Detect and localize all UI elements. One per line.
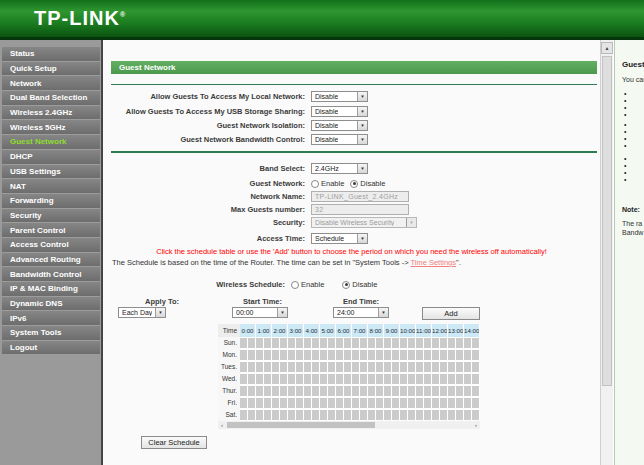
schedule-cell[interactable] <box>240 361 256 373</box>
sidebar-item-forwarding[interactable]: Forwarding <box>2 194 100 209</box>
sidebar-item-dhcp[interactable]: DHCP <box>2 150 100 165</box>
access-time-select[interactable]: Schedule ▼ <box>311 233 368 244</box>
schedule-cell[interactable] <box>240 373 256 385</box>
schedule-cell[interactable] <box>256 409 272 421</box>
schedule-cell[interactable] <box>368 361 384 373</box>
schedule-cell[interactable] <box>384 349 400 361</box>
sidebar-item-wireless-2-4ghz[interactable]: Wireless 2.4GHz <box>2 106 100 121</box>
schedule-cell[interactable] <box>400 397 416 409</box>
schedule-cell[interactable] <box>288 373 304 385</box>
schedule-cell[interactable] <box>352 397 368 409</box>
schedule-cell[interactable] <box>336 373 352 385</box>
schedule-cell[interactable] <box>288 385 304 397</box>
schedule-cell[interactable] <box>352 349 368 361</box>
scroll-right-icon[interactable]: › <box>472 421 480 429</box>
schedule-cell[interactable] <box>256 361 272 373</box>
schedule-cell[interactable] <box>272 349 288 361</box>
radio-schedule-enable[interactable] <box>291 281 299 289</box>
schedule-cell[interactable] <box>416 385 432 397</box>
schedule-cell[interactable] <box>304 349 320 361</box>
schedule-cell[interactable] <box>400 373 416 385</box>
schedule-cell[interactable] <box>240 349 256 361</box>
schedule-cell[interactable] <box>336 361 352 373</box>
band-select[interactable]: 2.4GHz ▼ <box>311 163 368 174</box>
schedule-cell[interactable] <box>352 409 368 421</box>
sidebar-item-usb-settings[interactable]: USB Settings <box>2 165 100 180</box>
schedule-cell[interactable] <box>336 385 352 397</box>
schedule-cell[interactable] <box>464 397 480 409</box>
schedule-cell[interactable] <box>368 397 384 409</box>
radio-guest-enable[interactable] <box>311 180 319 188</box>
sidebar-item-guest-network[interactable]: Guest Network <box>2 135 100 150</box>
schedule-cell[interactable] <box>416 361 432 373</box>
sidebar-item-network[interactable]: Network <box>2 76 100 91</box>
schedule-cell[interactable] <box>320 373 336 385</box>
schedule-cell[interactable] <box>336 337 352 349</box>
scroll-left-icon[interactable]: ‹ <box>218 421 226 429</box>
schedule-cell[interactable] <box>368 373 384 385</box>
schedule-cell[interactable] <box>320 337 336 349</box>
schedule-cell[interactable] <box>288 361 304 373</box>
end-time-select[interactable]: 24:00 ▼ <box>333 307 389 318</box>
schedule-cell[interactable] <box>400 361 416 373</box>
schedule-cell[interactable] <box>320 349 336 361</box>
sidebar-item-logout[interactable]: Logout <box>2 341 100 356</box>
schedule-cell[interactable] <box>272 409 288 421</box>
schedule-cell[interactable] <box>368 409 384 421</box>
schedule-cell[interactable] <box>384 361 400 373</box>
schedule-cell[interactable] <box>352 373 368 385</box>
schedule-cell[interactable] <box>304 409 320 421</box>
schedule-cell[interactable] <box>400 337 416 349</box>
radio-schedule-disable[interactable] <box>342 281 350 289</box>
sidebar-item-parent-control[interactable]: Parent Control <box>2 223 100 238</box>
time-settings-link[interactable]: Time Settings <box>410 258 456 267</box>
schedule-cell[interactable] <box>352 337 368 349</box>
schedule-cell[interactable] <box>304 385 320 397</box>
schedule-cell[interactable] <box>464 409 480 421</box>
isolation-select[interactable]: Disable ▼ <box>311 120 368 131</box>
usb-storage-select[interactable]: Disable ▼ <box>311 106 368 117</box>
schedule-cell[interactable] <box>352 361 368 373</box>
schedule-cell[interactable] <box>464 349 480 361</box>
schedule-cell[interactable] <box>384 397 400 409</box>
sidebar-item-ip-mac-binding[interactable]: IP & MAC Binding <box>2 282 100 297</box>
sidebar-item-quick-setup[interactable]: Quick Setup <box>2 62 100 77</box>
schedule-cell[interactable] <box>464 337 480 349</box>
schedule-cell[interactable] <box>256 373 272 385</box>
schedule-cell[interactable] <box>416 409 432 421</box>
schedule-cell[interactable] <box>448 373 464 385</box>
schedule-cell[interactable] <box>448 349 464 361</box>
schedule-cell[interactable] <box>432 373 448 385</box>
schedule-cell[interactable] <box>464 361 480 373</box>
schedule-cell[interactable] <box>400 349 416 361</box>
schedule-cell[interactable] <box>288 349 304 361</box>
schedule-cell[interactable] <box>240 409 256 421</box>
schedule-cell[interactable] <box>448 361 464 373</box>
add-button[interactable]: Add <box>422 307 480 320</box>
schedule-cell[interactable] <box>304 373 320 385</box>
sidebar-item-ipv6[interactable]: IPv6 <box>2 311 100 326</box>
schedule-cell[interactable] <box>368 349 384 361</box>
schedule-cell[interactable] <box>416 397 432 409</box>
vertical-scrollbar[interactable]: ▲ <box>600 40 613 465</box>
schedule-cell[interactable] <box>384 385 400 397</box>
schedule-cell[interactable] <box>368 385 384 397</box>
start-time-select[interactable]: 00:00 ▼ <box>232 307 288 318</box>
schedule-cell[interactable] <box>416 373 432 385</box>
schedule-cell[interactable] <box>272 373 288 385</box>
schedule-cell[interactable] <box>336 397 352 409</box>
apply-to-select[interactable]: Each Day ▼ <box>118 307 166 318</box>
vscroll-thumb[interactable] <box>602 56 612 386</box>
schedule-cell[interactable] <box>304 397 320 409</box>
schedule-cell[interactable] <box>256 337 272 349</box>
schedule-cell[interactable] <box>288 337 304 349</box>
schedule-cell[interactable] <box>272 397 288 409</box>
radio-guest-disable[interactable] <box>350 180 358 188</box>
scroll-up-icon[interactable]: ▲ <box>601 42 613 54</box>
sidebar-item-status[interactable]: Status <box>2 47 100 62</box>
schedule-cell[interactable] <box>320 409 336 421</box>
schedule-cell[interactable] <box>336 409 352 421</box>
schedule-cell[interactable] <box>256 397 272 409</box>
sidebar-item-nat[interactable]: NAT <box>2 179 100 194</box>
schedule-cell[interactable] <box>400 385 416 397</box>
